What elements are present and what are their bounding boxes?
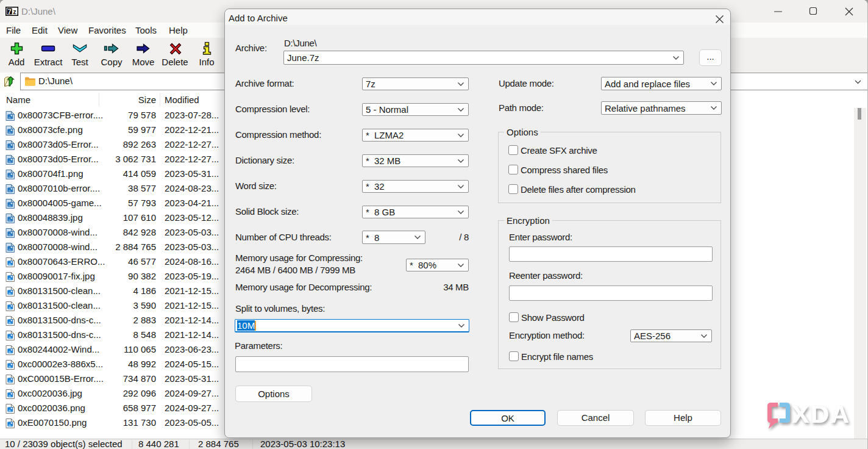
svg-text:z: z [13, 9, 16, 15]
svg-text:XDA: XDA [792, 400, 850, 428]
svg-text:7: 7 [8, 8, 12, 15]
